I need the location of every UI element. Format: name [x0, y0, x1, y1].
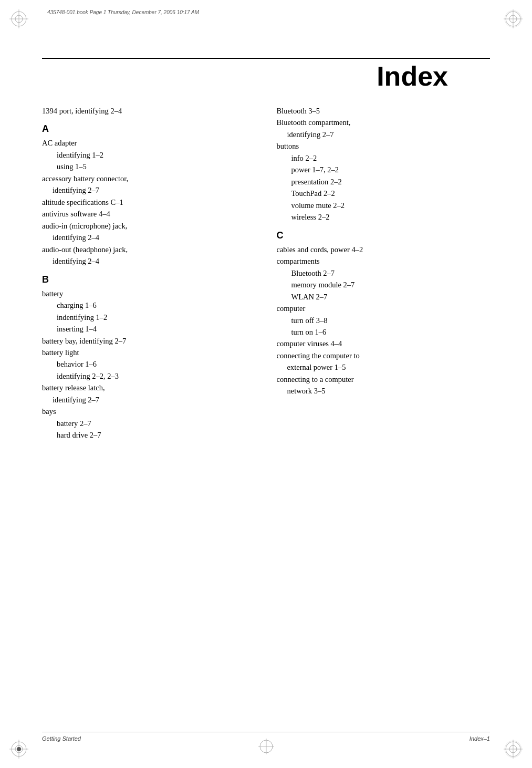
index-entry: connecting the computer to: [277, 350, 491, 361]
index-entry: connecting to a computer: [277, 373, 491, 385]
index-entry: battery light: [42, 347, 256, 358]
index-entry: audio-in (microphone) jack,: [42, 220, 256, 232]
index-entry: identifying 1–2: [42, 149, 256, 161]
index-entry: computer viruses 4–4: [277, 338, 491, 349]
index-entry: charging 1–6: [42, 299, 256, 311]
index-entry: info 2–2: [277, 152, 491, 164]
index-entry: volume mute 2–2: [277, 200, 491, 211]
index-entry: computer: [277, 303, 491, 314]
left-column: 1394 port, identifying 2–4AAC adapteride…: [42, 105, 256, 715]
footer-left: Getting Started: [42, 735, 81, 742]
index-entry: battery: [42, 288, 256, 299]
footer-right: Index–1: [470, 735, 490, 742]
index-entry: inserting 1–4: [42, 323, 256, 335]
index-entry: presentation 2–2: [277, 176, 491, 188]
index-entry: Bluetooth 3–5: [277, 105, 491, 117]
index-entry: network 3–5: [277, 385, 491, 397]
index-entry: audio-out (headphone) jack,: [42, 244, 256, 255]
index-entry: C: [277, 229, 491, 243]
index-entry: battery bay, identifying 2–7: [42, 335, 256, 347]
index-entry: altitude specifications C–1: [42, 196, 256, 208]
index-entry: A: [42, 122, 256, 136]
index-entry: cables and cords, power 4–2: [277, 244, 491, 255]
reg-mark-br: [504, 740, 523, 759]
index-entry: turn on 1–6: [277, 326, 491, 338]
index-entry: hard drive 2–7: [42, 429, 256, 441]
index-entry: turn off 3–8: [277, 315, 491, 326]
index-entry: AC adapter: [42, 137, 256, 149]
reg-mark-tr: [504, 9, 523, 28]
index-entry: identifying 2–4: [42, 255, 256, 267]
index-entry: external power 1–5: [277, 361, 491, 373]
index-entry: using 1–5: [42, 161, 256, 172]
index-entry: battery release latch,: [42, 382, 256, 393]
index-entry: TouchPad 2–2: [277, 188, 491, 199]
index-entry: Bluetooth compartment,: [277, 117, 491, 128]
index-entry: identifying 2–7: [42, 394, 256, 406]
reg-mark-bottom-center: [258, 739, 274, 756]
index-entry: indentifying 1–2: [42, 312, 256, 323]
index-entry: behavior 1–6: [42, 358, 256, 370]
index-entry: identifying 2–2, 2–3: [42, 370, 256, 382]
index-entry: accessory battery connector,: [42, 173, 256, 184]
index-entry: identifying 2–4: [42, 232, 256, 243]
reg-mark-tl: [9, 9, 28, 28]
index-entry: battery 2–7: [42, 418, 256, 429]
index-entry: bays: [42, 406, 256, 417]
header-file-info: 435748-001.book Page 1 Thursday, Decembe…: [47, 9, 199, 15]
index-entry: antivirus software 4–4: [42, 208, 256, 220]
index-entry: memory module 2–7: [277, 279, 491, 290]
page-title: Index: [0, 60, 490, 92]
index-entry: wireless 2–2: [277, 211, 491, 223]
index-entry: identifying 2–7: [42, 184, 256, 196]
content-area: 1394 port, identifying 2–4AAC adapteride…: [42, 105, 490, 715]
right-column: Bluetooth 3–5Bluetooth compartment,ident…: [277, 105, 491, 715]
index-entry: identifying 2–7: [277, 129, 491, 140]
index-entry: buttons: [277, 140, 491, 152]
index-entry: 1394 port, identifying 2–4: [42, 105, 256, 117]
index-entry: B: [42, 273, 256, 287]
index-entry: Bluetooth 2–7: [277, 267, 491, 279]
index-entry: compartments: [277, 255, 491, 267]
index-entry: power 1–7, 2–2: [277, 164, 491, 175]
reg-mark-bl: [9, 740, 28, 759]
index-entry: WLAN 2–7: [277, 291, 491, 303]
title-rule: [42, 58, 490, 59]
svg-point-13: [17, 747, 21, 751]
page: 435748-001.book Page 1 Thursday, Decembe…: [0, 0, 532, 768]
